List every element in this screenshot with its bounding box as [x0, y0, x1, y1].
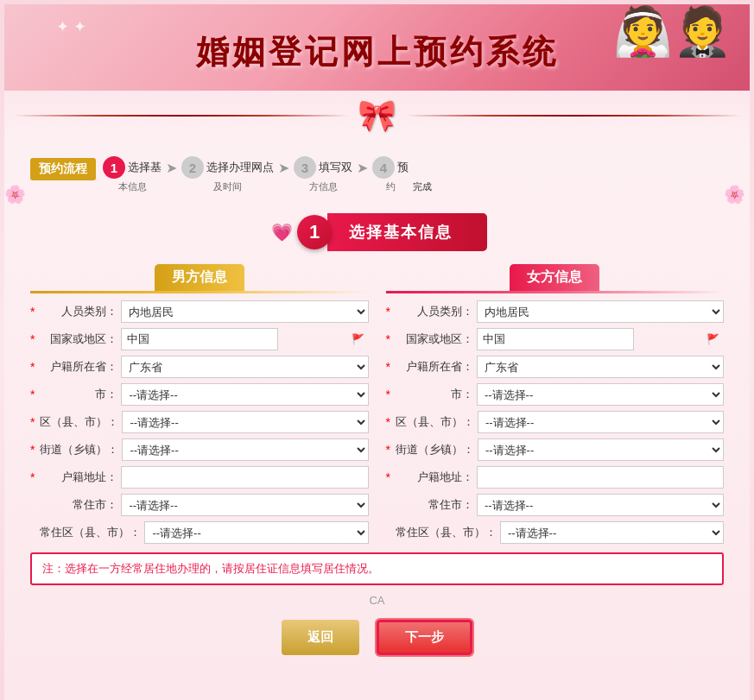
female-form-col: * 人员类别： 内地居民 港澳居民 台湾居民 外国人 * 国家或地区：: [386, 300, 725, 544]
male-person-type-select[interactable]: 内地居民 港澳居民 台湾居民 外国人: [121, 300, 368, 323]
section-number-badge: 1: [297, 215, 332, 249]
heart-decor-left: 💗: [271, 222, 293, 243]
male-country-row: * 国家或地区： 🚩: [30, 328, 369, 350]
female-col-header: 女方信息: [386, 264, 725, 293]
male-district-select[interactable]: --请选择--: [122, 411, 368, 433]
female-address-input[interactable]: [477, 466, 724, 489]
male-street-select[interactable]: --请选择--: [122, 438, 368, 461]
male-city-label: 市：: [40, 387, 117, 402]
female-city-row: * 市： --请选择--: [386, 383, 725, 406]
female-address-star: *: [386, 470, 390, 484]
notice-text: 注：选择在一方经常居住地办理的，请按居住证信息填写居住情况。: [42, 562, 379, 575]
female-res-district-select[interactable]: --请选择--: [500, 521, 724, 544]
male-res-city-row: * 常住市： --请选择--: [30, 494, 369, 516]
male-district-star: *: [30, 415, 35, 429]
back-button[interactable]: 返回: [282, 620, 359, 655]
female-person-type-star: *: [386, 305, 390, 318]
female-district-star: *: [386, 415, 390, 429]
female-district-select[interactable]: --请选择--: [478, 411, 724, 433]
step-text-2: 选择办理网点: [206, 160, 274, 175]
ribbon-bow-icon: 🎀: [358, 98, 396, 134]
female-res-district-label: 常住区（县、市）：: [396, 525, 497, 540]
step-1: 1 选择基 本信息: [103, 156, 162, 193]
male-res-district-select[interactable]: --请选择--: [144, 521, 368, 544]
male-province-star: *: [30, 360, 35, 374]
male-address-input[interactable]: [121, 466, 368, 489]
female-country-input[interactable]: [477, 328, 634, 350]
male-city-select[interactable]: --请选择--: [121, 383, 368, 406]
arrow-3: ➤: [357, 160, 368, 176]
male-country-wrapper: 🚩: [121, 328, 368, 350]
male-province-select[interactable]: 广东省: [121, 356, 368, 378]
step-3: 3 填写双 方信息: [294, 156, 352, 193]
male-district-label: 区（县、市）：: [40, 414, 118, 430]
female-province-star: *: [386, 360, 390, 374]
step-2: 2 选择办理网点 及时间: [181, 156, 274, 193]
female-column: 女方信息 * 人员类别： 内地居民 港澳居民 台湾居民 外国人: [386, 264, 725, 544]
progress-label: 预约流程: [30, 158, 96, 180]
next-button[interactable]: 下一步: [377, 620, 472, 655]
complete-text: 完成: [413, 180, 432, 193]
male-col-header: 男方信息: [30, 264, 369, 293]
male-city-row: * 市： --请选择--: [30, 383, 369, 406]
female-person-type-select[interactable]: 内地居民 港澳居民 台湾居民 外国人: [477, 300, 724, 323]
male-form-col: * 人员类别： 内地居民 港澳居民 台湾居民 外国人 * 国家或地区：: [30, 300, 369, 544]
female-province-select[interactable]: 广东省: [477, 356, 724, 378]
female-person-type-label: 人员类别：: [396, 304, 473, 319]
step-text-1: 选择基: [128, 160, 162, 175]
female-res-district-row: * 常住区（县、市）： --请选择--: [386, 521, 725, 544]
female-street-label: 街道（乡镇）：: [396, 442, 474, 457]
ca-text: CA: [30, 594, 724, 607]
section-header: 💗 1 选择基本信息: [30, 213, 724, 251]
male-res-district-label: 常住区（县、市）：: [40, 525, 141, 540]
female-res-city-select[interactable]: --请选择--: [477, 494, 724, 516]
button-row: 返回 下一步: [30, 620, 724, 655]
female-col-header-line: [386, 291, 725, 293]
female-address-row: * 户籍地址：: [386, 466, 725, 489]
male-city-star: *: [30, 388, 35, 401]
male-person-type-row: * 人员类别： 内地居民 港澳居民 台湾居民 外国人: [30, 300, 369, 323]
page-wrapper: ✦ ✦ 婚姻登记网上预约系统 👰🤵 🎀 🌸 🌸 预约流程 1 选择基: [0, 0, 754, 700]
form-grid: 男方信息 * 人员类别： 内地居民 港澳居民 台湾居民 外国人: [30, 264, 724, 544]
female-res-city-row: * 常住市： --请选择--: [386, 494, 725, 516]
step-subtext-4: 约: [386, 180, 396, 193]
female-street-star: *: [386, 443, 390, 457]
male-person-type-label: 人员类别：: [40, 304, 117, 319]
female-street-select[interactable]: --请选择--: [478, 438, 724, 461]
progress-steps: 1 选择基 本信息 ➤ 2 选择办理网点 及时间 ➤: [103, 156, 724, 193]
male-address-row: * 户籍地址：: [30, 466, 369, 489]
male-col-header-line: [30, 291, 369, 293]
male-res-district-row: * 常住区（县、市）： --请选择--: [30, 521, 369, 544]
male-street-row: * 街道（乡镇）： --请选择--: [30, 438, 369, 461]
female-city-select[interactable]: --请选择--: [477, 383, 724, 406]
step-number-4: 4: [372, 156, 395, 179]
step-number-3: 3: [294, 156, 316, 179]
female-country-star: *: [386, 332, 390, 346]
male-country-star: *: [30, 332, 35, 346]
female-city-label: 市：: [396, 387, 473, 402]
section-title-bar: 选择基本信息: [327, 213, 487, 251]
ribbon-line-left: [13, 115, 349, 117]
female-country-wrapper: 🚩: [477, 328, 724, 350]
ribbon-line-right: [405, 115, 741, 117]
step-text-4: 预: [397, 160, 409, 175]
male-country-input[interactable]: [121, 328, 278, 350]
male-res-city-select[interactable]: --请选择--: [121, 494, 368, 516]
arrow-2: ➤: [278, 160, 289, 176]
side-decor-left: 🌸: [4, 184, 30, 205]
female-address-label: 户籍地址：: [396, 470, 473, 485]
female-person-type-row: * 人员类别： 内地居民 港澳居民 台湾居民 外国人: [386, 300, 725, 323]
male-person-type-star: *: [30, 305, 35, 318]
female-col-header-label: 女方信息: [510, 264, 599, 291]
header: ✦ ✦ 婚姻登记网上预约系统 👰🤵: [4, 4, 750, 91]
step-number-2: 2: [181, 156, 204, 179]
male-district-row: * 区（县、市）： --请选择--: [30, 411, 369, 433]
female-res-city-label: 常住市：: [396, 497, 473, 513]
step-text-3: 填写双: [319, 160, 352, 175]
female-province-label: 户籍所在省：: [396, 359, 473, 375]
male-country-label: 国家或地区：: [40, 331, 117, 347]
male-column: 男方信息 * 人员类别： 内地居民 港澳居民 台湾居民 外国人: [30, 264, 369, 544]
step-4: 4 预 约: [372, 156, 409, 193]
male-address-star: *: [30, 470, 35, 484]
male-province-label: 户籍所在省：: [40, 359, 117, 375]
